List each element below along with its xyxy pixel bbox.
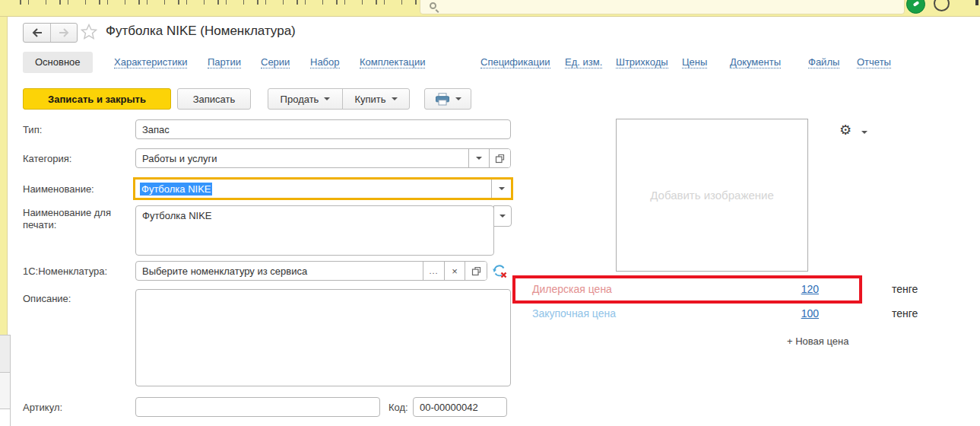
page-title: Футболка NIKE (Номенклатура) <box>106 24 296 39</box>
open-form-icon <box>471 266 481 276</box>
background-window-strip <box>0 409 11 426</box>
description-field[interactable] <box>135 289 511 386</box>
add-new-price-link[interactable]: + Новая цена <box>787 335 848 347</box>
add-image-placeholder: Добавить изображение <box>650 189 774 202</box>
titlebar-edge-mark <box>975 0 978 5</box>
app-window: Футболка NIKE (Номенклатура) Основное Ха… <box>0 0 980 426</box>
chevron-down-icon <box>500 215 506 218</box>
sell-button[interactable]: Продать <box>268 89 342 109</box>
green-support-icon[interactable] <box>906 0 925 14</box>
favorite-button[interactable] <box>81 24 97 43</box>
selected-text: Футболка NIKE <box>140 183 212 196</box>
titlebar <box>0 0 980 17</box>
name-field[interactable]: Футболка NIKE <box>133 177 513 200</box>
forward-button[interactable] <box>50 24 77 42</box>
dealer-price-value: 120 <box>766 283 819 295</box>
chevron-down-icon <box>499 187 505 190</box>
clock-icon[interactable] <box>934 0 950 11</box>
chevron-down-icon[interactable] <box>861 131 867 134</box>
tab-fajly[interactable]: Файлы <box>808 56 839 68</box>
name-label: Наименование: <box>23 183 94 195</box>
tab-nabor[interactable]: Набор <box>310 56 340 68</box>
chevron-down-icon <box>476 157 482 160</box>
tab-ed-izm[interactable]: Ед. изм. <box>565 56 602 68</box>
type-field[interactable]: Запас <box>135 119 511 139</box>
search-icon <box>430 2 436 9</box>
background-window-strip <box>0 372 11 409</box>
back-button[interactable] <box>24 24 50 42</box>
print-name-dropdown-button[interactable] <box>493 205 512 227</box>
history-nav <box>23 23 78 43</box>
chevron-down-icon <box>455 97 461 100</box>
purchase-price-currency: тенге <box>892 307 918 320</box>
global-search-input[interactable] <box>420 0 905 14</box>
tab-otchety[interactable]: Отчеты <box>857 56 891 68</box>
code-label: Код: <box>389 402 408 413</box>
print-name-field[interactable]: Футболка NIKE <box>135 205 494 256</box>
open-form-icon <box>495 154 505 164</box>
back-arrow-icon <box>31 28 43 37</box>
tab-ceny[interactable]: Цены <box>682 56 707 68</box>
name-dropdown-button[interactable] <box>491 180 511 198</box>
code-field[interactable]: 00-00000042 <box>413 397 507 417</box>
c1-more-button[interactable]: ... <box>423 262 444 280</box>
purchase-price-value: 100 <box>766 307 819 320</box>
category-field[interactable]: Работы и услуги <box>135 148 511 168</box>
gear-icon: ⚙ <box>839 122 852 138</box>
sell-buy-group: Продать Купить <box>268 88 410 110</box>
type-label: Тип: <box>23 124 42 135</box>
purchase-price-link[interactable]: Закупочная цена <box>532 307 616 320</box>
printer-icon <box>435 93 450 106</box>
chevron-down-icon <box>392 97 398 100</box>
tab-specifikacii[interactable]: Спецификации <box>480 56 550 68</box>
sync-disabled-button[interactable] <box>492 263 507 281</box>
background-window-strip <box>0 335 11 372</box>
tab-partii[interactable]: Партии <box>208 56 241 68</box>
tab-shtrihkody[interactable]: Штрихкоды <box>616 56 668 68</box>
save-button[interactable]: Записать <box>177 88 251 110</box>
sync-disabled-icon <box>492 263 507 278</box>
category-open-button[interactable] <box>489 149 510 167</box>
dealer-price-link[interactable]: Дилерская цена <box>532 283 612 295</box>
tab-komplektacii[interactable]: Комплектации <box>360 56 425 68</box>
category-label: Категория: <box>23 153 71 164</box>
tab-osnovnoe[interactable]: Основное <box>23 52 93 73</box>
c1-nomenclature-field[interactable]: Выберите номенклатуру из сервиса ... × <box>135 261 487 281</box>
settings-button[interactable]: ⚙ <box>839 122 852 138</box>
buy-button[interactable]: Купить <box>342 89 409 109</box>
c1-open-button[interactable] <box>465 262 487 280</box>
article-field[interactable] <box>135 397 380 417</box>
tab-serii[interactable]: Серии <box>261 56 290 68</box>
tab-harakteristiki[interactable]: Характеристики <box>114 56 187 68</box>
tab-dokumenty[interactable]: Документы <box>730 56 781 68</box>
c1-clear-button[interactable]: × <box>444 262 465 280</box>
save-and-close-button[interactable]: Записать и закрыть <box>23 88 171 110</box>
description-label: Описание: <box>23 293 71 304</box>
article-label: Артикул: <box>23 402 62 413</box>
category-dropdown-button[interactable] <box>468 149 489 167</box>
star-icon <box>81 24 97 40</box>
forward-arrow-icon <box>58 28 70 37</box>
chevron-down-icon <box>324 97 330 100</box>
c1-nomenclature-label: 1С:Номенклатура: <box>23 265 107 277</box>
print-name-label: Наименование для печати: <box>23 207 122 231</box>
print-button[interactable] <box>424 88 471 110</box>
add-image-dropzone[interactable]: Добавить изображение <box>616 119 808 272</box>
dealer-price-currency: тенге <box>892 283 918 295</box>
left-window-edge <box>0 17 8 335</box>
